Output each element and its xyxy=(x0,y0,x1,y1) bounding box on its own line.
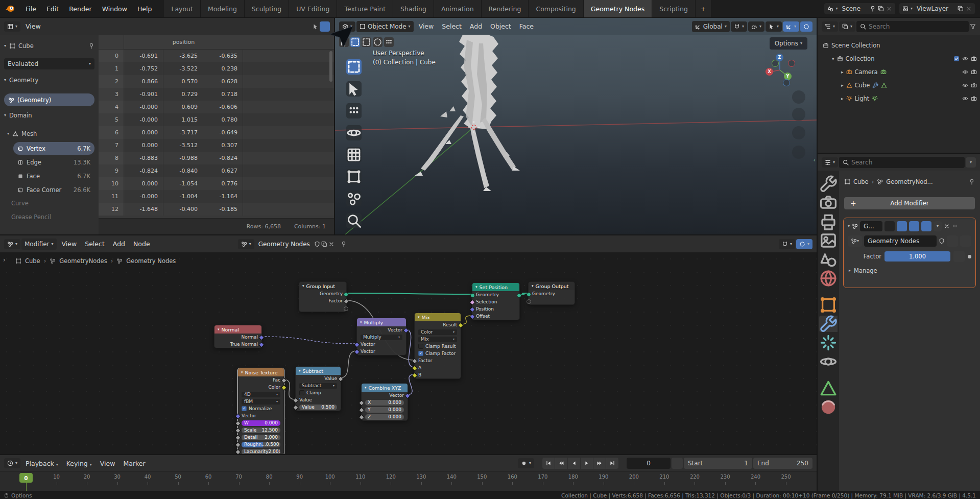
node-group-input[interactable]: ▾Group InputGeometryFactor xyxy=(299,281,347,312)
outliner-row-collection[interactable]: ▾Collection xyxy=(818,52,980,65)
node-title[interactable]: ▾Combine XYZ xyxy=(362,384,408,392)
tab-material[interactable] xyxy=(819,399,838,415)
node-dropdown[interactable]: fBM▾ xyxy=(242,399,280,405)
manage-section[interactable]: ▾ Manage xyxy=(844,265,975,276)
node-menu-select[interactable]: Select xyxy=(81,239,109,249)
node-title[interactable]: ▾Noise Texture xyxy=(238,368,284,376)
realtime-display-icon[interactable] xyxy=(909,221,919,231)
timeline-menu-view[interactable]: View xyxy=(96,458,119,469)
node-title[interactable]: ▾Multiply xyxy=(357,318,406,326)
start-frame-field[interactable]: Start1 xyxy=(684,458,752,469)
snap-toggle[interactable]: ▾ xyxy=(731,21,747,32)
table-row[interactable]: 8-0.883-0.988-0.824 xyxy=(99,152,334,164)
table-row[interactable]: 11-0.000-1.004-1.164 xyxy=(99,190,334,203)
prev-keyframe-button[interactable] xyxy=(555,458,567,469)
tab-physics[interactable] xyxy=(819,353,838,370)
properties-search[interactable]: Search xyxy=(839,157,965,168)
tool-rotate[interactable] xyxy=(346,125,362,140)
options-button[interactable]: Options▾ xyxy=(770,37,807,50)
tab-output[interactable] xyxy=(819,213,838,230)
hide-viewport-icon[interactable] xyxy=(962,56,968,62)
close-icon[interactable] xyxy=(328,241,334,247)
collapse-icon[interactable]: ▾ xyxy=(241,371,243,374)
outliner-search[interactable]: Search xyxy=(856,21,969,32)
node-dropdown[interactable]: Subtract▾ xyxy=(299,383,337,389)
playhead[interactable]: 0 xyxy=(19,473,33,483)
collapse-icon[interactable]: ▾ xyxy=(532,284,534,288)
expand-icon[interactable]: ▸ xyxy=(841,70,844,75)
workspace-tab-geometry-nodes[interactable]: Geometry Nodes xyxy=(584,0,652,17)
section-domain[interactable]: ▾Domain xyxy=(0,109,99,122)
overlays-toggle[interactable]: ▾ xyxy=(796,239,812,249)
tool-cursor[interactable] xyxy=(346,81,362,97)
tree-browse-button[interactable]: ▾ xyxy=(238,239,254,249)
gizmo-axis-neg[interactable] xyxy=(783,79,790,86)
output-socket[interactable] xyxy=(517,293,521,298)
node-checkbox[interactable] xyxy=(418,344,423,349)
node-multiply[interactable]: ▾MultiplyVectorMultiply▾VectorVector xyxy=(356,318,407,355)
node-value-field[interactable]: Scale12.500 xyxy=(242,427,280,433)
editor-type-button[interactable]: ▾ xyxy=(822,157,838,168)
workspace-tab-uv-editing[interactable]: UV Editing xyxy=(289,0,337,17)
table-row[interactable]: 0-0.691-3.625-0.635 xyxy=(99,50,334,62)
tab-scene[interactable] xyxy=(819,251,838,268)
add-modifier-button[interactable]: + Add Modifier xyxy=(844,197,975,209)
node-dropdown[interactable]: Multiply▾ xyxy=(361,335,402,340)
gizmo-toggle[interactable]: ▾ xyxy=(783,21,799,32)
domain-edge[interactable]: Edge13.3K xyxy=(13,156,94,169)
pan-hand-icon[interactable] xyxy=(792,108,805,121)
play-button[interactable] xyxy=(581,458,593,469)
node-value-field[interactable]: Value0.500 xyxy=(299,405,337,410)
next-keyframe-button[interactable] xyxy=(593,458,606,469)
overlays-toggle[interactable] xyxy=(800,21,812,32)
scene-selector[interactable]: ▾ Scene xyxy=(824,3,895,14)
node-dropdown[interactable]: Mix▾ xyxy=(418,337,457,342)
tab-view-layer[interactable] xyxy=(819,232,838,249)
tab-render[interactable] xyxy=(819,195,838,211)
table-scrollbar[interactable] xyxy=(329,51,332,82)
timeline-menu-playback[interactable]: Playback ▾ xyxy=(21,458,62,469)
outliner-row-light[interactable]: ▸Light xyxy=(818,92,980,105)
fake-user-shield-icon[interactable] xyxy=(939,238,945,244)
snap-toggle[interactable]: ▾ xyxy=(779,239,795,249)
editor-type-button[interactable]: ▾ xyxy=(4,21,20,32)
disable-render-icon[interactable] xyxy=(971,56,977,62)
visibility-toggle[interactable]: ▾ xyxy=(766,21,782,32)
ortho-grid-icon[interactable] xyxy=(792,146,805,159)
end-frame-field[interactable]: End250 xyxy=(753,458,812,469)
workspace-tab-scripting[interactable]: Scripting xyxy=(652,0,696,17)
breadcrumb-item[interactable]: Cube xyxy=(25,257,40,265)
disable-render-icon[interactable] xyxy=(971,82,977,88)
menu-window[interactable]: Window xyxy=(97,0,132,17)
show-in-editmode-off-icon[interactable] xyxy=(885,221,895,231)
menu-render[interactable]: Render xyxy=(64,0,97,17)
node-menu-view[interactable]: View xyxy=(58,239,81,249)
outliner-row-scene-collection[interactable]: Scene Collection xyxy=(818,39,980,52)
hide-viewport-icon[interactable] xyxy=(962,96,968,102)
node-checkbox[interactable] xyxy=(299,390,304,395)
options-chevron-button[interactable]: ▾ xyxy=(966,157,976,168)
collapse-icon[interactable]: ▾ xyxy=(302,284,304,288)
node-canvas[interactable]: › Cube›GeometryNodes›Geometry Nodes ▾Gro… xyxy=(0,252,817,454)
node-link[interactable] xyxy=(407,374,414,395)
factor-slider[interactable]: 1.000 xyxy=(885,251,950,262)
pin-icon[interactable] xyxy=(969,179,975,185)
geometry-item[interactable]: (Geometry) xyxy=(4,93,94,106)
workspace-tab-animation[interactable]: Animation xyxy=(434,0,482,17)
column-header-position[interactable]: position xyxy=(124,39,243,45)
camera-view-icon[interactable] xyxy=(792,126,805,139)
close-icon[interactable] xyxy=(944,223,950,229)
render-display-icon[interactable] xyxy=(921,221,931,231)
expand-icon[interactable]: ▸ xyxy=(841,97,844,101)
tab-world[interactable] xyxy=(819,270,838,287)
menu-edit[interactable]: Edit xyxy=(41,0,64,17)
node-subtract[interactable]: ▾SubtractValueSubtract▾ClampValueValue0.… xyxy=(295,366,341,411)
current-frame-field[interactable]: 0 xyxy=(627,458,671,469)
node-title[interactable]: ▾Mix xyxy=(415,313,461,321)
node-value-field[interactable]: X0.000 xyxy=(365,400,404,406)
node-link[interactable] xyxy=(346,293,472,294)
node-value-field[interactable]: Z0.000 xyxy=(365,414,404,420)
tab-particles[interactable] xyxy=(819,335,838,351)
node-value-field[interactable]: Y0.000 xyxy=(365,407,404,413)
tool-annotate[interactable] xyxy=(346,191,362,206)
